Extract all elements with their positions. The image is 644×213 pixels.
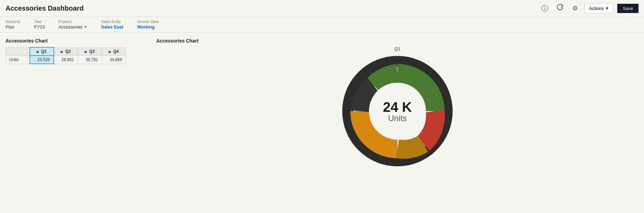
page-title: Accessories Dashboard <box>5 4 84 12</box>
chevron-down-icon: ▼ <box>605 6 609 10</box>
actions-label: Actions <box>589 6 604 11</box>
version-view-value[interactable]: Working <box>137 24 159 29</box>
filters-bar: Scenario Plan Year FY23 Product Accessor… <box>0 17 644 33</box>
settings-button[interactable]: ⚙ <box>570 3 581 14</box>
table-header-row: ▶ Q1 ▶ Q2 ▶ Q3 ▶ Q4 <box>6 47 126 56</box>
q4-expand-icon: ▶ <box>109 50 111 54</box>
donut-value: 24 K <box>383 99 412 115</box>
chart-quarter-label: Q1 <box>394 46 400 51</box>
scenario-label: Scenario <box>5 20 20 24</box>
cell-q2: 28,801 <box>54 56 78 64</box>
cell-q3: 35,791 <box>78 56 102 64</box>
donut-unit: Units <box>383 114 412 123</box>
donut-center: 24 K Units <box>383 99 412 123</box>
table-header-q3[interactable]: ▶ Q3 <box>78 47 102 56</box>
year-filter: Year FY23 <box>34 20 45 29</box>
product-filter[interactable]: Product Accessories ▼ <box>59 20 87 29</box>
sales-entity-filter: Sales Entity Sales East <box>101 20 123 29</box>
scenario-value: Plan <box>5 24 20 29</box>
header: Accessories Dashboard ⓘ ⚙ Actions ▼ Save <box>0 0 644 17</box>
table-header-q1[interactable]: ▶ Q1 <box>30 47 54 56</box>
sales-entity-label: Sales Entity <box>101 20 123 24</box>
refresh-icon <box>557 4 563 13</box>
right-panel: Accessories Chart Q1 <box>156 38 639 169</box>
q1-expand-icon: ▶ <box>37 50 39 54</box>
donut-chart: 24 K Units <box>339 53 456 169</box>
chart-area: Accessories Chart Q1 <box>156 38 639 169</box>
q3-expand-icon: ▶ <box>85 50 87 54</box>
table-row: Units 23,526 28,801 35,791 34,869 <box>6 56 126 64</box>
info-icon: ⓘ <box>541 4 548 13</box>
version-view-label: Version View <box>137 20 159 24</box>
data-table: ▶ Q1 ▶ Q2 ▶ Q3 ▶ Q4 <box>5 47 126 64</box>
refresh-button[interactable] <box>554 3 565 14</box>
sales-entity-value[interactable]: Sales East <box>101 24 123 29</box>
q2-expand-icon: ▶ <box>61 50 63 54</box>
gear-icon: ⚙ <box>572 4 578 12</box>
cell-q1[interactable]: 23,526 <box>30 56 54 64</box>
info-button[interactable]: ⓘ <box>539 3 550 14</box>
actions-button[interactable]: Actions ▼ <box>585 3 613 13</box>
header-actions: ⓘ ⚙ Actions ▼ Save <box>539 3 639 14</box>
year-value: FY23 <box>34 24 45 29</box>
row-label: Units <box>6 56 30 64</box>
product-value: Accessories ▼ <box>59 24 87 29</box>
save-button[interactable]: Save <box>617 4 639 13</box>
scenario-filter: Scenario Plan <box>5 20 20 29</box>
table-section-title: Accessories Chart <box>5 38 143 44</box>
version-view-filter: Version View Working <box>137 20 159 29</box>
year-label: Year <box>34 20 45 24</box>
table-header-empty <box>6 47 30 56</box>
main-content: Accessories Chart ▶ Q1 ▶ Q2 ▶ Q3 <box>0 33 644 175</box>
chart-title: Accessories Chart <box>156 38 199 44</box>
left-panel: Accessories Chart ▶ Q1 ▶ Q2 ▶ Q3 <box>5 38 143 169</box>
product-label: Product <box>59 20 87 24</box>
table-header-q2[interactable]: ▶ Q2 <box>54 47 78 56</box>
table-header-q4[interactable]: ▶ Q4 <box>102 47 126 56</box>
cell-q4: 34,869 <box>102 56 126 64</box>
product-dropdown-arrow: ▼ <box>84 25 87 29</box>
